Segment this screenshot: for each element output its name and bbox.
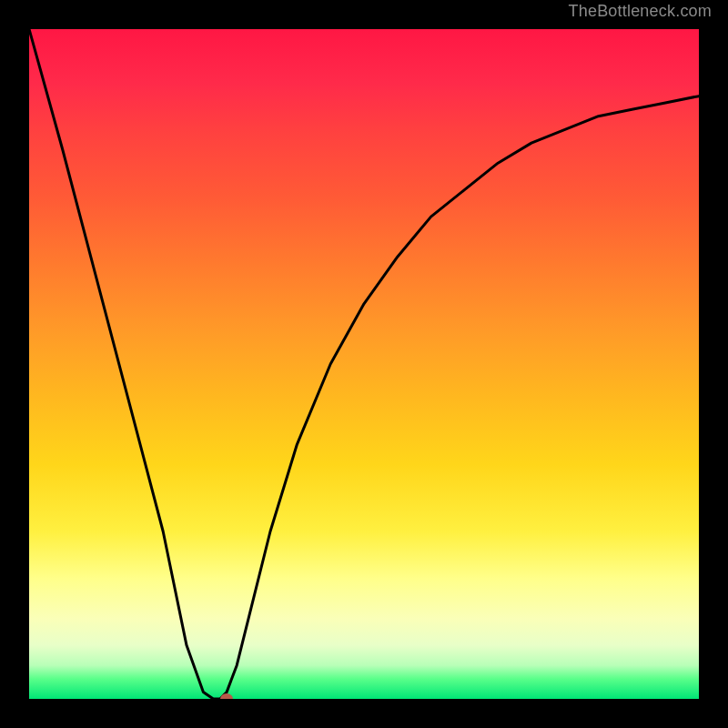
plot-area (29, 29, 699, 699)
curve-svg (29, 29, 699, 699)
chart-frame: TheBottleneck.com (0, 0, 728, 728)
minimum-marker (220, 693, 233, 699)
watermark-text: TheBottleneck.com (569, 2, 712, 21)
bottleneck-curve (29, 29, 699, 699)
